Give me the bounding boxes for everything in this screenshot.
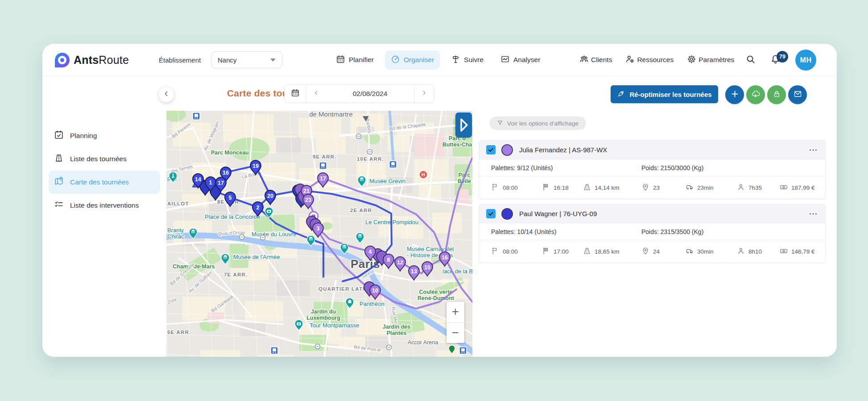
stat-value: 7h35 [748,184,762,191]
route-card: Julia Fernandez | AS-987-WXPalettes: 9/1… [479,140,826,199]
map-poi-train [193,113,200,120]
road-icon [583,183,591,192]
map-label: Panthéon [360,301,384,307]
zoom-out-button[interactable]: − [446,323,464,343]
route-menu-button[interactable] [808,209,818,219]
sidebar-item-label: Liste des tournées [70,155,127,163]
expand-panel-button[interactable] [455,113,472,138]
current-date: 02/08/2024 [326,85,414,103]
route-checkbox[interactable] [486,145,496,155]
svg-text:23: 23 [305,197,311,203]
nav-item-analyser[interactable]: Analyser [495,50,546,70]
svg-text:12: 12 [397,259,403,266]
route-stat-vehicle: 30min [686,247,737,256]
map-poi-metro [240,235,244,240]
sidebar-item-planning[interactable]: Planning [49,124,160,147]
primary-nav: PlanifierOrganiserSuivreAnalyser [330,44,546,76]
nav-item-planifier[interactable]: Planifier [330,50,380,70]
route-stat-road: 18,65 km [583,247,641,256]
cloud-sync-button[interactable] [746,85,765,104]
display-options-chip[interactable]: Voir les options d'affichage [489,117,586,130]
add-button[interactable] [725,85,744,104]
gauge-icon [391,54,400,66]
svg-text:20: 20 [267,193,273,199]
nav-item-clients[interactable]: Clients [579,52,613,68]
stat-value: 08:00 [503,184,518,191]
svg-text:17: 17 [218,180,224,186]
collapse-sidebar-button[interactable] [159,87,174,102]
signpost-icon [451,54,460,66]
zoom-in-button[interactable]: + [446,302,464,323]
route-stat-person: 8h10 [737,247,780,256]
route-checkbox[interactable] [486,209,496,218]
svg-text:10: 10 [372,288,378,294]
stat-value: 14,14 km [595,184,620,191]
route-stats-row: 08:0016:1814,14 km2323min7h35187,99 € [479,176,825,199]
chart-icon [500,54,510,66]
person-icon [737,247,745,256]
map-label: Accor Arena [408,339,438,346]
flag-start-icon [491,183,499,192]
calendar-icon [336,54,345,66]
route-capacity-row: Palettes: 9/12 (Unités)Poids: 2150/3000 … [479,159,825,176]
svg-text:16: 16 [223,170,229,176]
antsroute-logo[interactable]: AntsRoute [55,44,129,76]
send-mail-button[interactable] [788,85,807,104]
notifications-button[interactable]: 79 [770,44,781,76]
sidebar-item-label: Liste des interventions [70,201,139,209]
stat-value: 23min [697,184,714,191]
stat-value: 146,79 € [791,248,815,255]
chevron-left-icon [163,90,170,99]
route-stat-person: 7h35 [737,183,780,192]
map-label: Place de la Concorde [205,213,260,220]
route-card-header: Julia Fernandez | AS-987-WX [479,141,825,159]
search-button[interactable] [745,44,756,76]
nav-item-suivre[interactable]: Suivre [445,50,489,70]
nav-item-label: Analyser [513,56,540,64]
next-day-button[interactable] [414,85,434,103]
establishment-select[interactable]: Nancy [211,51,282,68]
user-avatar[interactable]: MH [795,50,816,71]
route-menu-button[interactable] [808,145,818,155]
previous-day-button[interactable] [306,85,326,103]
map-label: 5E ARR. [167,330,191,335]
route-weight: Poids: 2315/3500 (Kg) [641,228,703,235]
nav-item-label: Paramètres [699,56,734,64]
road-sign-icon [54,153,64,165]
nav-item-organiser[interactable]: Organiser [385,50,440,70]
notification-badge: 79 [777,51,788,63]
map-label: Musée de l'Armée [233,254,280,260]
map-poi-metro [315,344,320,349]
people-icon [579,54,589,66]
funnel-icon [497,120,503,127]
paris-map[interactable]: de MontmartreBd de la ChapelleBarbèsAv.B… [166,111,472,357]
svg-text:1: 1 [209,180,212,186]
establishment-value: Nancy [218,56,237,64]
flag-start-icon [491,247,499,256]
map-label: QUARTIER LATIN [318,286,369,292]
nav-item-parametres[interactable]: Paramètres [686,52,735,68]
flag-finish-icon [542,183,550,192]
sidebar-item-liste-tournees[interactable]: Liste des tournées [49,147,160,171]
svg-text:5: 5 [229,195,232,201]
map-label: de Montmartre [309,111,353,118]
reoptimize-routes-button[interactable]: Ré-optimiser les tournées [611,85,718,103]
calendar-picker-button[interactable] [285,85,306,103]
route-color-avatar [501,208,513,220]
lock-button[interactable] [767,85,786,104]
sidebar-item-liste-interventions[interactable]: Liste des interventions [49,194,160,217]
secondary-nav: ClientsRessourcesParamètres [579,44,735,76]
route-color-avatar [501,144,513,156]
map-poi-train [271,347,278,354]
rocket-icon [617,89,625,99]
nav-item-ressources[interactable]: Ressources [624,52,674,68]
svg-text:4: 4 [369,249,372,255]
map-label: 2E ARR [350,208,372,213]
route-stats-row: 08:0017:0018,65 km2430min8h10146,79 € [479,240,825,263]
map-poi-metro [356,134,361,139]
sidebar-item-carte-tournees[interactable]: Carte des tournées [49,171,160,194]
chevron-right-icon [421,90,427,98]
map-poi-metro [387,345,392,350]
map-poi-train [319,162,327,169]
map-poi-train [459,347,467,354]
